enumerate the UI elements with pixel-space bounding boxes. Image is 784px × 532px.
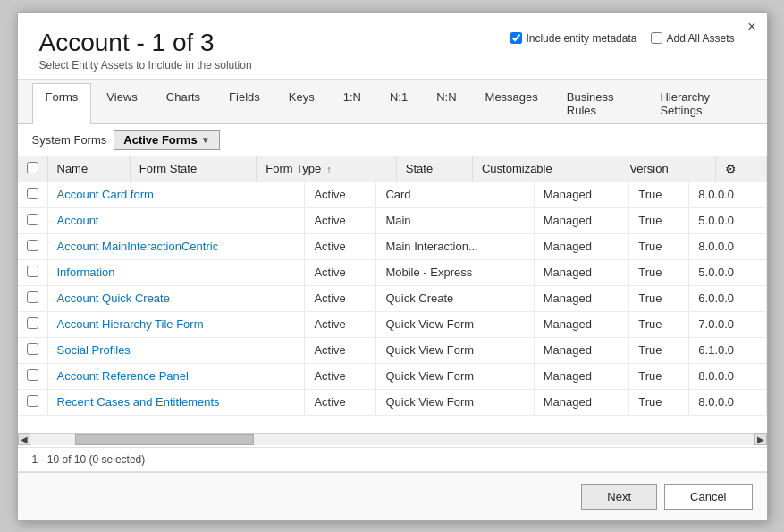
row-name-link[interactable]: Account Reference Panel <box>57 369 189 383</box>
row-state: Managed <box>534 182 629 208</box>
table-row: Social ProfilesActiveQuick View FormMana… <box>18 337 767 363</box>
row-customizable: True <box>629 363 689 389</box>
col-header-checkbox <box>18 156 48 182</box>
table-row: InformationActiveMobile - ExpressManaged… <box>18 259 767 285</box>
row-form-state: Active <box>305 311 376 337</box>
table-container: NameForm StateForm Type ↑StateCustomizab… <box>18 156 767 447</box>
scroll-thumb[interactable] <box>75 434 254 445</box>
select-all-checkbox[interactable] <box>27 162 38 173</box>
table-row: Account Quick CreateActiveQuick CreateMa… <box>18 285 767 311</box>
row-form-state: Active <box>305 363 376 389</box>
row-checkbox[interactable] <box>27 395 38 407</box>
row-form-state: Active <box>305 207 376 233</box>
tab-fields[interactable]: Fields <box>215 83 274 123</box>
status-bar: 1 - 10 of 10 (0 selected) <box>18 447 767 472</box>
row-customizable: True <box>629 389 689 415</box>
row-name-link[interactable]: Recent Cases and Entitlements <box>57 395 220 409</box>
horizontal-scrollbar[interactable]: ◀ ▶ <box>18 433 767 445</box>
row-checkbox[interactable] <box>27 317 38 329</box>
tab-charts[interactable]: Charts <box>153 83 214 123</box>
scroll-right-arrow[interactable]: ▶ <box>754 433 767 445</box>
data-table: NameForm StateForm Type ↑StateCustomizab… <box>18 156 767 182</box>
row-name-cell: Account Quick Create <box>47 285 305 311</box>
row-form-state: Active <box>305 182 376 208</box>
row-name-link[interactable]: Account Card form <box>57 188 154 201</box>
tab-views[interactable]: Views <box>93 83 150 123</box>
row-name-link[interactable]: Information <box>57 266 115 279</box>
add-all-assets-checkbox[interactable] <box>651 32 662 44</box>
row-form-state: Active <box>305 389 376 415</box>
row-name-link[interactable]: Social Profiles <box>57 343 131 357</box>
row-name-cell: Account MainInteractionCentric <box>47 233 305 259</box>
row-form-type: Main <box>376 207 534 233</box>
include-metadata-checkbox[interactable] <box>510 32 522 44</box>
row-name-cell: Information <box>47 259 305 285</box>
col-header-form_type[interactable]: Form Type ↑ <box>257 156 397 182</box>
gear-icon[interactable]: ⚙ <box>725 162 737 176</box>
next-button[interactable]: Next <box>581 484 657 510</box>
row-checkbox-cell <box>18 389 48 415</box>
row-customizable: True <box>629 285 689 311</box>
row-checkbox[interactable] <box>27 266 38 277</box>
add-all-assets-label[interactable]: Add All Assets <box>651 32 734 45</box>
tab-n-1[interactable]: N:1 <box>376 83 421 123</box>
system-forms-label: System Forms <box>32 133 107 147</box>
row-name-cell: Account <box>47 207 305 233</box>
cancel-button[interactable]: Cancel <box>664 484 752 510</box>
sort-icon-form_type: ↑ <box>324 164 332 174</box>
row-version: 8.0.0.0 <box>689 182 766 208</box>
row-checkbox[interactable] <box>27 343 38 355</box>
scroll-area[interactable]: Account Card formActiveCardManagedTrue8.… <box>18 182 767 433</box>
tab-messages[interactable]: Messages <box>472 83 552 123</box>
tab-business-rules[interactable]: Business Rules <box>553 83 645 123</box>
row-checkbox-cell <box>18 259 48 285</box>
row-version: 8.0.0.0 <box>689 389 766 415</box>
table-row: Account MainInteractionCentricActiveMain… <box>18 233 767 259</box>
row-form-type: Main Interaction... <box>376 233 534 259</box>
row-customizable: True <box>629 259 689 285</box>
row-name-link[interactable]: Account Hierarchy Tile Form <box>57 317 204 331</box>
tabs-bar: FormsViewsChartsFieldsKeys1:NN:1N:NMessa… <box>18 80 767 124</box>
table-row: Account Reference PanelActiveQuick View … <box>18 363 767 389</box>
active-forms-dropdown[interactable]: Active Forms ▼ <box>114 130 219 150</box>
col-header-gear: ⚙ <box>716 156 766 182</box>
tab-hierarchy-settings[interactable]: Hierarchy Settings <box>646 83 750 123</box>
col-header-version[interactable]: Version <box>620 156 716 182</box>
col-header-customizable[interactable]: Customizable <box>472 156 620 182</box>
row-checkbox[interactable] <box>27 291 38 303</box>
dialog-footer: Next Cancel <box>18 472 767 520</box>
row-state: Managed <box>534 233 629 259</box>
col-header-name[interactable]: Name <box>47 156 130 182</box>
row-customizable: True <box>629 182 689 208</box>
row-name-link[interactable]: Account MainInteractionCentric <box>57 240 219 253</box>
row-customizable: True <box>629 311 689 337</box>
add-all-assets-text: Add All Assets <box>666 32 734 45</box>
close-button[interactable]: × <box>747 20 755 34</box>
scroll-left-arrow[interactable]: ◀ <box>18 433 30 445</box>
row-version: 6.1.0.0 <box>689 337 766 363</box>
row-checkbox[interactable] <box>27 188 38 199</box>
main-dialog: × Account - 1 of 3 Select Entity Assets … <box>17 12 768 521</box>
tab-forms[interactable]: Forms <box>32 83 92 124</box>
row-checkbox[interactable] <box>27 369 38 381</box>
row-checkbox[interactable] <box>27 214 38 225</box>
table-row: AccountActiveMainManagedTrue5.0.0.0 <box>18 207 767 233</box>
tab-1-n[interactable]: 1:N <box>330 83 375 123</box>
row-form-state: Active <box>305 259 376 285</box>
tab-n-n[interactable]: N:N <box>423 83 469 123</box>
row-form-type: Quick View Form <box>376 311 534 337</box>
include-metadata-label[interactable]: Include entity metadata <box>510 32 636 45</box>
row-version: 8.0.0.0 <box>689 363 766 389</box>
row-checkbox-cell <box>18 285 48 311</box>
tab-keys[interactable]: Keys <box>275 83 328 123</box>
row-name-cell: Account Hierarchy Tile Form <box>47 311 305 337</box>
row-version: 5.0.0.0 <box>689 259 766 285</box>
col-header-form_state[interactable]: Form State <box>130 156 256 182</box>
row-checkbox[interactable] <box>27 240 38 251</box>
row-form-type: Quick View Form <box>376 363 534 389</box>
col-header-state[interactable]: State <box>396 156 472 182</box>
row-form-state: Active <box>305 285 376 311</box>
row-name-link[interactable]: Account <box>57 214 99 227</box>
chevron-down-icon: ▼ <box>201 135 210 145</box>
row-name-link[interactable]: Account Quick Create <box>57 291 170 305</box>
